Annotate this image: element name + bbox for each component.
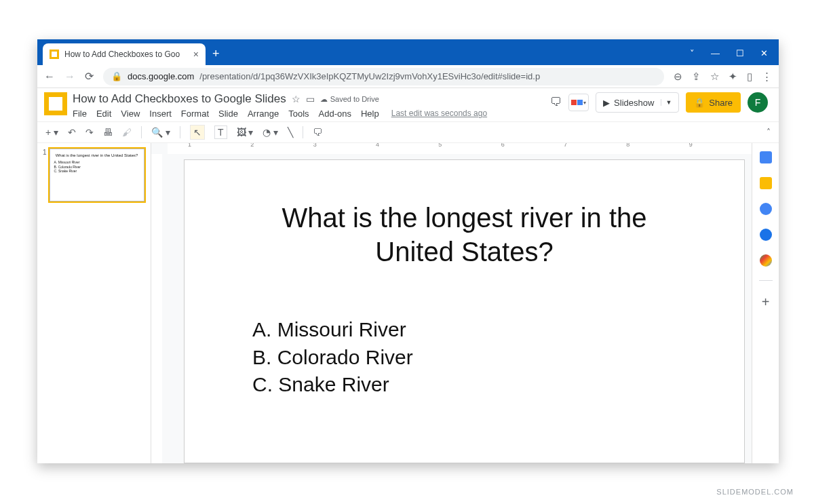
address-bar: ← → ⟳ 🔒 docs.google.com/presentation/d/1… (37, 65, 779, 88)
zoom-tool[interactable]: 🔍 ▾ (151, 127, 170, 138)
bookmark-icon[interactable]: ☆ (710, 71, 719, 83)
browser-tab[interactable]: How to Add Checkboxes to Goo × (43, 43, 206, 65)
zoom-icon[interactable]: ⊖ (674, 71, 682, 83)
image-tool[interactable]: 🖼 ▾ (237, 127, 254, 138)
menu-addons[interactable]: Add-ons (319, 109, 351, 119)
minimize-icon[interactable]: — (711, 48, 720, 58)
close-tab-icon[interactable]: × (193, 49, 199, 60)
select-tool[interactable]: ↖ (190, 125, 205, 140)
slides-favicon (50, 50, 59, 59)
work-area: 1 What is the longest river in the Unite… (37, 143, 779, 463)
menu-file[interactable]: File (73, 109, 87, 119)
get-addons-icon[interactable]: + (762, 294, 770, 310)
present-icon: ▶ (603, 98, 610, 108)
vertical-ruler (151, 154, 162, 463)
url-field[interactable]: 🔒 docs.google.com/presentation/d/1pq36Wz… (103, 68, 664, 85)
save-status[interactable]: ☁Saved to Drive (320, 95, 379, 104)
share-page-icon[interactable]: ⇪ (692, 71, 701, 83)
lock-icon: 🔒 (111, 71, 122, 81)
forward-icon[interactable]: → (64, 71, 75, 83)
keep-icon[interactable] (760, 177, 772, 189)
slide-thumbnail-1[interactable]: What is the longest river in the United … (50, 149, 144, 201)
url-path: /presentation/d/1pq36WzVXIk3eIpKQZTMyUw2… (199, 71, 540, 81)
comments-icon[interactable]: 🗨 (550, 96, 562, 109)
menu-edit[interactable]: Edit (96, 109, 111, 119)
menu-view[interactable]: View (121, 109, 140, 119)
option-a: A. Missouri River (252, 316, 703, 344)
calendar-icon[interactable] (760, 151, 772, 163)
last-edit-link[interactable]: Last edit was seconds ago (391, 109, 487, 119)
horizontal-ruler: 1 2 3 4 5 6 7 8 9 (168, 143, 752, 154)
url-host: docs.google.com (128, 71, 194, 81)
menu-slide[interactable]: Slide (218, 109, 238, 119)
browser-window: How to Add Checkboxes to Goo × + ˅ — ☐ ✕… (37, 39, 779, 463)
option-c: C. Snake River (252, 371, 703, 399)
chevron-down-icon[interactable]: ˅ (690, 48, 695, 58)
toolbar: + ▾ ↶ ↷ 🖶 🖌 🔍 ▾ ↖ T 🖼 ▾ ◔ ▾ ╲ 🗨 ˄ (37, 121, 779, 143)
window-controls: ˅ — ☐ ✕ (690, 48, 779, 65)
account-icon[interactable]: ▯ (747, 71, 752, 83)
cloud-icon: ☁ (320, 95, 328, 104)
slide-canvas[interactable]: What is the longest river in theUnited S… (184, 159, 745, 463)
star-icon[interactable]: ☆ (292, 94, 301, 104)
maps-icon[interactable] (760, 254, 772, 267)
panel-divider (759, 280, 773, 281)
menu-tools[interactable]: Tools (288, 109, 309, 119)
slide-title[interactable]: What is the longest river in theUnited S… (225, 201, 703, 269)
menu-arrange[interactable]: Arrange (248, 109, 279, 119)
collapse-toolbar-icon[interactable]: ˄ (767, 128, 771, 137)
maximize-icon[interactable]: ☐ (736, 48, 744, 58)
extensions-icon[interactable]: ✦ (729, 71, 737, 83)
paint-format-icon[interactable]: 🖌 (122, 127, 132, 138)
option-b: B. Colorado River (252, 344, 703, 372)
textbox-tool[interactable]: T (214, 125, 227, 139)
menu-help[interactable]: Help (361, 109, 379, 119)
account-avatar[interactable]: F (748, 92, 768, 113)
thumb-options: A. Missouri River B. Colorado River C. S… (54, 160, 140, 174)
contacts-icon[interactable] (760, 229, 772, 241)
slides-logo[interactable] (44, 92, 67, 115)
print-icon[interactable]: 🖶 (103, 127, 113, 138)
comment-tool[interactable]: 🗨 (313, 127, 322, 138)
slide-body[interactable]: A. Missouri River B. Colorado River C. S… (225, 316, 703, 399)
doc-title[interactable]: How to Add Checkboxes to Google Slides (73, 92, 286, 106)
menu-bar: File Edit View Insert Format Slide Arran… (73, 109, 550, 119)
new-slide-button[interactable]: + ▾ (45, 127, 58, 138)
tasks-icon[interactable] (760, 203, 772, 215)
slideshow-dropdown[interactable]: ▼ (661, 99, 672, 106)
filmstrip: 1 What is the longest river in the Unite… (37, 143, 151, 463)
move-icon[interactable]: ▭ (306, 94, 315, 104)
share-button[interactable]: 🔒 Share (686, 92, 741, 113)
undo-icon[interactable]: ↶ (68, 127, 76, 138)
shape-tool[interactable]: ◔ ▾ (263, 127, 278, 138)
watermark: SLIDEMODEL.COM (716, 488, 794, 496)
kebab-menu-icon[interactable]: ⋮ (762, 71, 772, 83)
chrome-titlebar: How to Add Checkboxes to Goo × + ˅ — ☐ ✕ (37, 39, 779, 65)
canvas-area: 1 2 3 4 5 6 7 8 9 What is the longest ri… (151, 143, 752, 463)
menu-format[interactable]: Format (181, 109, 209, 119)
meet-button[interactable]: ▾ (568, 94, 589, 111)
reload-icon[interactable]: ⟳ (85, 70, 94, 83)
side-panel: + (752, 143, 779, 463)
redo-icon[interactable]: ↷ (85, 127, 94, 138)
app-header: How to Add Checkboxes to Google Slides ☆… (37, 88, 779, 119)
slideshow-button[interactable]: ▶ Slideshow ▼ (596, 92, 679, 113)
menu-insert[interactable]: Insert (149, 109, 172, 119)
back-icon[interactable]: ← (44, 71, 55, 83)
thumb-title: What is the longest river in the United … (54, 153, 140, 157)
new-tab-button[interactable]: + (212, 47, 220, 61)
slide-number: 1 (43, 149, 47, 201)
line-tool[interactable]: ╲ (288, 127, 293, 138)
close-window-icon[interactable]: ✕ (760, 48, 768, 58)
lock-icon: 🔒 (694, 98, 705, 108)
tab-title: How to Add Checkboxes to Goo (64, 50, 188, 59)
